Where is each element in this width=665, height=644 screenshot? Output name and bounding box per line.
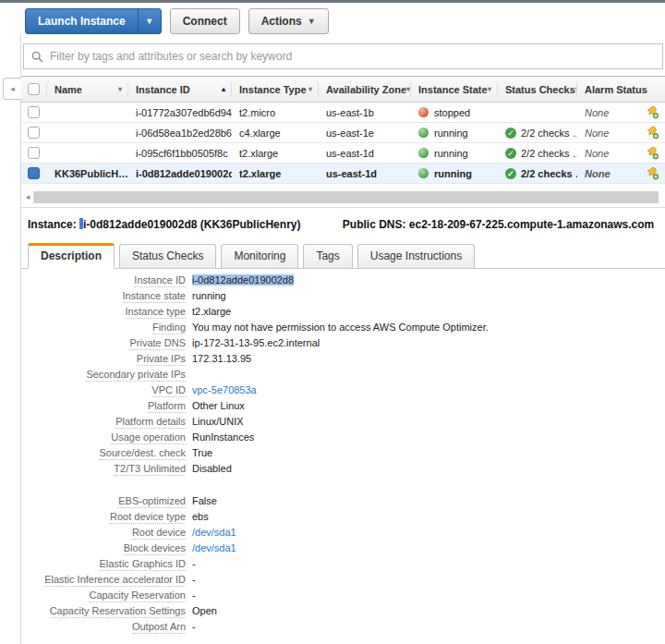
filter-input[interactable] bbox=[50, 50, 655, 63]
scroll-left-button[interactable]: ◂ bbox=[22, 192, 33, 201]
chevron-down-icon: ▼ bbox=[308, 17, 316, 26]
launch-instance-label: Launch Instance bbox=[26, 9, 138, 33]
state-label: running bbox=[434, 128, 468, 139]
field-label: Instance state bbox=[123, 290, 187, 303]
checks-passed-icon: ✓ bbox=[505, 128, 516, 139]
tab-tags[interactable]: Tags bbox=[303, 244, 352, 268]
table-row-selected[interactable]: KK36PublicH… i-0d812adde019002d8 t2.xlar… bbox=[21, 164, 665, 184]
cell-instance-state: running bbox=[411, 128, 498, 139]
running-state-icon bbox=[418, 128, 429, 138]
tab-usage-instructions[interactable]: Usage Instructions bbox=[357, 244, 475, 268]
chevron-left-icon: ◂ bbox=[10, 84, 15, 93]
row-checkbox[interactable] bbox=[28, 106, 40, 118]
column-header-instance-state[interactable]: Instance State ▾ bbox=[411, 82, 498, 97]
field-row: Private DNS ip-172-31-13-95.ec2.internal bbox=[21, 337, 665, 353]
field-label: T2/T3 Unlimited bbox=[114, 463, 186, 476]
column-header-label: Status Checks bbox=[505, 84, 575, 95]
field-label: Usage operation bbox=[111, 431, 186, 444]
select-all-checkbox[interactable] bbox=[28, 83, 40, 95]
field-value: Other Linux bbox=[192, 400, 245, 411]
field-row: Source/dest. check True bbox=[21, 447, 665, 463]
cell-alarm-status: None bbox=[577, 105, 665, 119]
cell-availability-zone: us-east-1d bbox=[319, 168, 411, 179]
field-value: Disabled bbox=[192, 463, 232, 474]
cell-availability-zone: us-east-1b bbox=[319, 107, 411, 118]
field-value: - bbox=[192, 574, 196, 585]
table-row[interactable]: i-06d58ea1b2ed28b62 c4.xlarge us-east-1e… bbox=[21, 123, 665, 143]
connect-button[interactable]: Connect bbox=[170, 8, 240, 34]
vpc-id-link[interactable]: vpc-5e70853a bbox=[192, 384, 257, 395]
instances-table: Name ▾ Instance ID ▴ Instance Type ▾ Ava… bbox=[21, 76, 665, 184]
field-row: Platform details Linux/UNIX bbox=[21, 416, 665, 431]
column-header-label: Availability Zone bbox=[326, 84, 406, 95]
cell-instance-type: c4.xlarge bbox=[232, 128, 319, 139]
table-row[interactable]: i-01772a307edb6d941 t2.micro us-east-1b … bbox=[21, 103, 665, 123]
field-label: Outpost Arn bbox=[132, 621, 186, 634]
filter-bar bbox=[23, 43, 663, 69]
cell-instance-type: t2.xlarge bbox=[232, 168, 319, 179]
alarm-status-label: None bbox=[585, 168, 611, 179]
field-row: Elastic Graphics ID - bbox=[21, 558, 665, 574]
actions-button[interactable]: Actions ▼ bbox=[248, 8, 329, 34]
stopped-state-icon bbox=[418, 107, 429, 117]
create-alarm-bell-icon[interactable] bbox=[646, 146, 659, 160]
cell-instance-id: i-06d58ea1b2ed28b62 bbox=[128, 128, 232, 139]
scrollbar-thumb[interactable] bbox=[33, 191, 659, 203]
cell-alarm-status: None bbox=[577, 166, 665, 180]
cell-instance-id: i-0d812adde019002d8 bbox=[128, 168, 232, 179]
root-device-link[interactable]: /dev/sda1 bbox=[192, 527, 236, 538]
field-row: Capacity Reservation Settings Open bbox=[21, 605, 665, 621]
field-label: VPC ID bbox=[151, 384, 186, 397]
field-row: EBS-optimized False bbox=[21, 495, 665, 511]
launch-instance-button[interactable]: Launch Instance ▼ bbox=[25, 8, 162, 34]
collapse-pane-button[interactable]: ◂ bbox=[3, 78, 21, 100]
cell-status-checks: ✓ 2/2 checks … bbox=[498, 148, 577, 159]
field-label: Platform bbox=[148, 400, 186, 413]
field-row: VPC ID vpc-5e70853a bbox=[21, 384, 665, 400]
sort-caret-icon: ▾ bbox=[488, 85, 491, 93]
column-header-label: Name bbox=[54, 84, 82, 95]
tab-monitoring[interactable]: Monitoring bbox=[221, 244, 298, 268]
actions-label: Actions bbox=[261, 15, 302, 28]
table-header-row: Name ▾ Instance ID ▴ Instance Type ▾ Ava… bbox=[21, 76, 665, 103]
field-row: Secondary private IPs bbox=[21, 369, 665, 384]
cell-status-checks: ✓ 2/2 checks … bbox=[498, 128, 577, 139]
field-row: Usage operation RunInstances bbox=[21, 431, 665, 447]
column-header-alarm-status[interactable]: Alarm Status bbox=[577, 82, 665, 97]
field-label: Elastic Graphics ID bbox=[99, 558, 186, 571]
field-row: Instance state running bbox=[21, 290, 665, 306]
checks-label: 2/2 checks … bbox=[521, 128, 577, 139]
column-header-status-checks[interactable]: Status Checks ▾ bbox=[498, 82, 577, 97]
create-alarm-bell-icon[interactable] bbox=[646, 166, 659, 180]
create-alarm-bell-icon[interactable] bbox=[646, 105, 659, 119]
column-header-availability-zone[interactable]: Availability Zone ▾ bbox=[319, 82, 411, 97]
instance-summary-value: i-0d812adde019002d8 (KK36PublicHenry) bbox=[83, 218, 300, 231]
column-header-instance-type[interactable]: Instance Type ▾ bbox=[232, 82, 319, 97]
block-devices-link[interactable]: /dev/sda1 bbox=[192, 542, 236, 553]
field-label: Finding bbox=[152, 322, 186, 334]
tab-description[interactable]: Description bbox=[28, 243, 115, 269]
cell-instance-id: i-095cf6f1bb0505f8c bbox=[128, 148, 232, 159]
row-checkbox[interactable] bbox=[28, 127, 40, 139]
column-header-instance-id[interactable]: Instance ID ▴ bbox=[128, 82, 232, 97]
tab-status-checks[interactable]: Status Checks bbox=[119, 244, 216, 268]
launch-instance-dropdown[interactable]: ▼ bbox=[138, 9, 161, 33]
cell-instance-id: i-01772a307edb6d941 bbox=[128, 107, 232, 118]
field-label: Source/dest. check bbox=[99, 447, 186, 460]
row-checkbox-checked[interactable] bbox=[28, 167, 40, 179]
create-alarm-bell-icon[interactable] bbox=[646, 126, 659, 140]
field-label: Private IPs bbox=[137, 353, 186, 366]
search-icon bbox=[31, 51, 43, 63]
checks-passed-icon: ✓ bbox=[505, 148, 516, 159]
field-value: - bbox=[192, 558, 196, 569]
field-row: Root device type ebs bbox=[21, 511, 665, 527]
column-header-name[interactable]: Name ▾ bbox=[47, 82, 128, 97]
field-label: Root device bbox=[132, 527, 186, 540]
table-row[interactable]: i-095cf6f1bb0505f8c t2.xlarge us-east-1d… bbox=[21, 143, 665, 164]
instance-summary: Instance: i-0d812adde019002d8 (KK36Publi… bbox=[21, 208, 665, 231]
cell-instance-type: t2.micro bbox=[232, 107, 319, 118]
state-label: stopped bbox=[434, 107, 470, 118]
row-checkbox[interactable] bbox=[28, 147, 40, 159]
description-panel: Instance ID i-0d812adde019002d8 Instance… bbox=[21, 269, 665, 637]
field-row: Capacity Reservation - bbox=[21, 589, 665, 605]
